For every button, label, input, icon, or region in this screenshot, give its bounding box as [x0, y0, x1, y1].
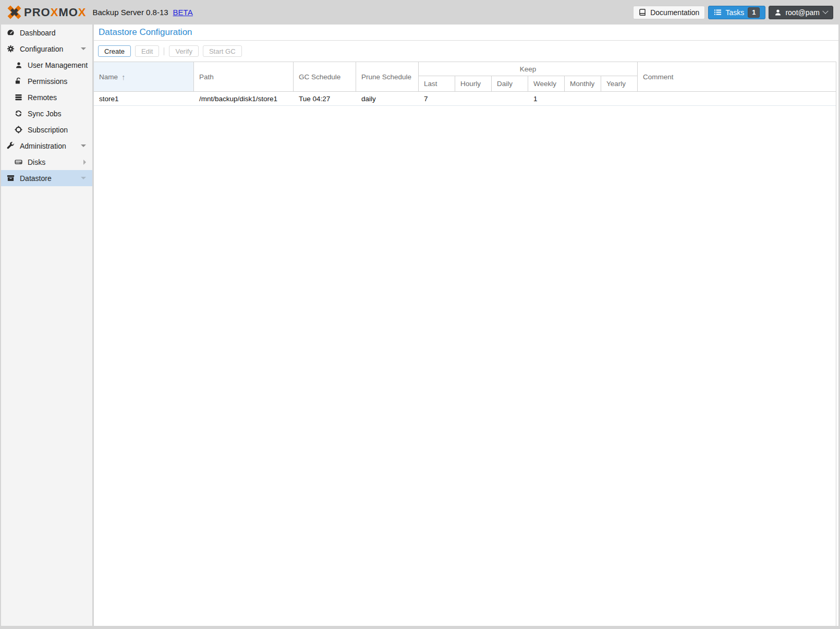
- wrench-icon: [6, 142, 15, 150]
- column-header-prune-schedule[interactable]: Prune Schedule: [356, 62, 419, 91]
- datastore-grid: Name ↑ Path GC Schedule Prune Schedule K…: [94, 62, 836, 626]
- cell-path: /mnt/backup/disk1/store1: [194, 95, 294, 103]
- proxmox-x-mark-icon: [7, 5, 22, 20]
- edit-button[interactable]: Edit: [135, 45, 159, 57]
- sort-asc-icon: ↑: [121, 72, 126, 81]
- product-title: Backup Server 0.8-13: [93, 8, 168, 17]
- toolbar: Create Edit Verify Start GC: [94, 41, 838, 62]
- collapse-chevron-icon[interactable]: [81, 47, 86, 50]
- tasks-button[interactable]: Tasks 1: [708, 6, 765, 19]
- proxmox-logo: PROXMOX: [7, 5, 87, 20]
- sidebar-item-remotes[interactable]: Remotes: [1, 89, 92, 105]
- column-header-keep-daily[interactable]: Daily: [492, 76, 528, 91]
- column-header-keep-weekly[interactable]: Weekly: [528, 76, 565, 91]
- collapse-chevron-icon[interactable]: [81, 144, 86, 147]
- cell-gc-schedule: Tue 04:27: [294, 95, 356, 103]
- sidebar-item-sync-jobs[interactable]: Sync Jobs: [1, 105, 92, 122]
- column-header-comment[interactable]: Comment: [638, 62, 836, 91]
- collapse-chevron-icon[interactable]: [81, 177, 86, 179]
- sidebar-item-configuration[interactable]: Configuration: [1, 41, 92, 57]
- sync-icon: [14, 110, 23, 117]
- column-header-keep-last[interactable]: Last: [419, 76, 455, 91]
- support-icon: [14, 126, 23, 134]
- sidebar-item-label: Subscription: [28, 126, 68, 134]
- panel-title-bar: Datastore Configuration: [94, 25, 838, 41]
- column-header-path[interactable]: Path: [194, 62, 294, 91]
- cell-keep-last: 7: [419, 95, 455, 103]
- sidebar-item-label: Configuration: [20, 45, 63, 53]
- column-group-keep: Keep Last Hourly Daily Weekly Monthly Ye…: [419, 62, 638, 91]
- column-header-name[interactable]: Name ↑: [94, 62, 194, 91]
- toolbar-separator: [164, 47, 164, 55]
- sidebar-item-label: Datastore: [20, 174, 52, 183]
- column-header-keep-monthly[interactable]: Monthly: [565, 76, 601, 91]
- sidebar-item-dashboard[interactable]: Dashboard: [1, 25, 92, 41]
- column-header-gc-schedule[interactable]: GC Schedule: [294, 62, 356, 91]
- sidebar-item-label: User Management: [28, 61, 88, 69]
- start-gc-button[interactable]: Start GC: [203, 45, 242, 57]
- user-icon: [774, 9, 782, 16]
- column-header-keep-yearly[interactable]: Yearly: [601, 76, 637, 91]
- sidebar-item-administration[interactable]: Administration: [1, 138, 92, 154]
- user-icon: [14, 62, 23, 69]
- sidebar-item-label: Administration: [20, 142, 66, 150]
- expand-chevron-icon[interactable]: [83, 160, 86, 165]
- page-title: Datastore Configuration: [99, 27, 192, 38]
- sidebar-item-subscription[interactable]: Subscription: [1, 122, 92, 138]
- book-icon: [639, 8, 647, 16]
- verify-button[interactable]: Verify: [169, 45, 199, 57]
- proxmox-wordmark: PROXMOX: [24, 7, 87, 18]
- chevron-down-icon: [822, 8, 828, 14]
- table-row[interactable]: store1 /mnt/backup/disk1/store1 Tue 04:2…: [94, 92, 836, 106]
- hdd-icon: [14, 158, 23, 166]
- sidebar-item-label: Remotes: [28, 93, 57, 102]
- cell-keep-weekly: 1: [528, 95, 565, 103]
- main-panel: Datastore Configuration Create Edit Veri…: [94, 25, 838, 626]
- server-icon: [14, 93, 23, 101]
- grid-header: Name ↑ Path GC Schedule Prune Schedule K…: [94, 62, 836, 92]
- unlock-icon: [14, 77, 23, 85]
- cell-name: store1: [94, 95, 194, 103]
- sidebar-item-permissions[interactable]: Permissions: [1, 73, 92, 89]
- dashboard-icon: [6, 29, 15, 37]
- user-menu-button[interactable]: root@pam: [769, 6, 833, 19]
- beta-link[interactable]: BETA: [173, 8, 193, 17]
- sidebar-item-datastore[interactable]: Datastore: [1, 170, 92, 186]
- sidebar: Dashboard: [1, 25, 92, 626]
- top-header-bar: PROXMOX Backup Server 0.8-13 BETA Docume…: [0, 0, 840, 25]
- gears-icon: [6, 45, 15, 53]
- sidebar-item-user-management[interactable]: User Management: [1, 57, 92, 73]
- archive-icon: [6, 174, 15, 182]
- column-group-keep-label: Keep: [419, 62, 637, 76]
- tasks-count-badge: 1: [748, 7, 760, 18]
- cell-prune-schedule: daily: [356, 95, 419, 103]
- sidebar-item-label: Dashboard: [20, 29, 56, 37]
- column-header-keep-hourly[interactable]: Hourly: [455, 76, 492, 91]
- sidebar-item-disks[interactable]: Disks: [1, 154, 92, 170]
- sidebar-item-label: Sync Jobs: [28, 110, 62, 118]
- sidebar-item-label: Permissions: [28, 77, 67, 86]
- sidebar-item-label: Disks: [28, 158, 45, 166]
- documentation-button[interactable]: Documentation: [633, 6, 705, 19]
- task-list-icon: [714, 8, 722, 16]
- create-button[interactable]: Create: [98, 45, 131, 57]
